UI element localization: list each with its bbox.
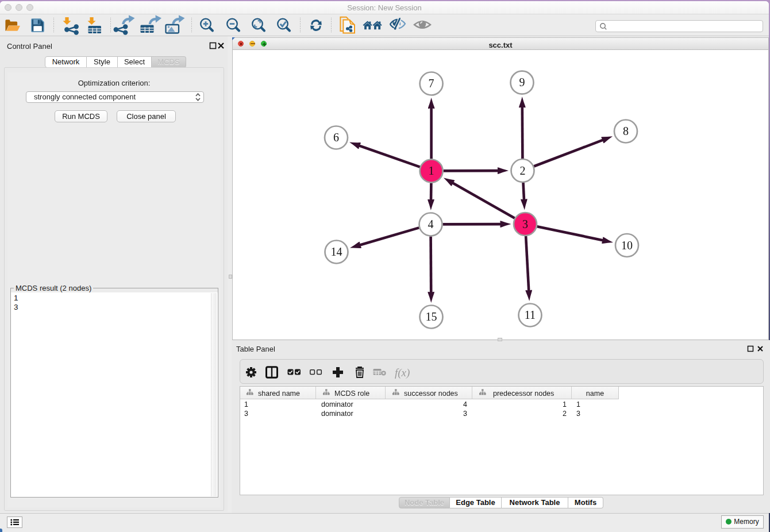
svg-text:2: 2 <box>520 164 526 177</box>
svg-text:3: 3 <box>522 218 528 230</box>
svg-text:1: 1 <box>429 164 434 177</box>
svg-text:f(x): f(x) <box>395 367 410 379</box>
svg-text:11: 11 <box>525 309 536 321</box>
svg-text:14: 14 <box>331 245 342 258</box>
svg-text:10: 10 <box>621 239 633 252</box>
svg-text:4: 4 <box>428 218 434 230</box>
svg-text:8: 8 <box>623 125 629 137</box>
svg-text:7: 7 <box>429 77 434 90</box>
svg-text:9: 9 <box>519 76 525 88</box>
svg-text:15: 15 <box>426 310 437 323</box>
svg-text:6: 6 <box>333 131 339 144</box>
